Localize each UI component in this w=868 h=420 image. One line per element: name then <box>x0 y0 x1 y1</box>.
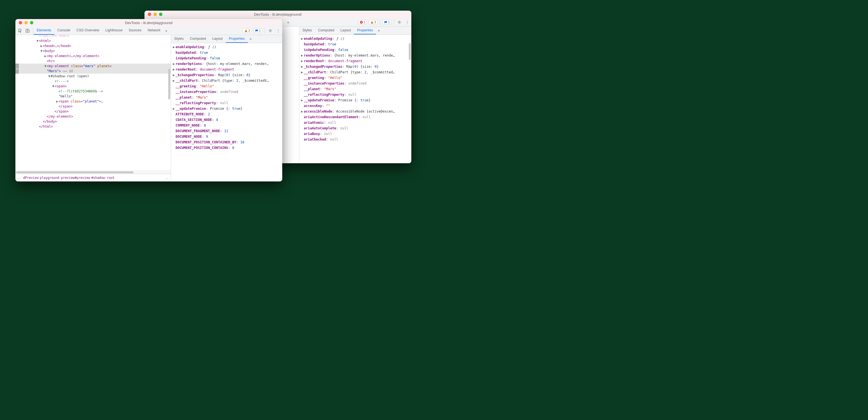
property-row[interactable]: ▶renderRoot: document-fragment <box>299 58 411 64</box>
dom-node[interactable]: ▼#shadow-root (open) <box>16 73 171 79</box>
dom-node[interactable]: </span> <box>16 104 171 109</box>
more-tabs-icon[interactable]: » <box>285 18 291 26</box>
settings-icon[interactable] <box>267 27 273 34</box>
tab-elements[interactable]: Elements <box>34 27 54 35</box>
dom-node[interactable]: ▶<head>…</head> <box>16 43 171 49</box>
minimize-icon[interactable] <box>24 21 28 24</box>
dom-node[interactable]: <!--?lit$927534869$--> <box>16 89 171 94</box>
property-row[interactable]: DOCUMENT_FRAGMENT_NODE: 11 <box>171 128 282 134</box>
dom-node[interactable]: </my-element> <box>16 114 171 119</box>
scrollbar-thumb[interactable] <box>409 43 411 60</box>
close-icon[interactable] <box>19 21 22 24</box>
close-icon[interactable] <box>148 12 151 16</box>
tab-lighthouse[interactable]: Lighthouse <box>102 27 125 35</box>
dom-node[interactable]: ▼<span> <box>16 84 171 89</box>
property-row[interactable]: ariaAtomic: null <box>299 120 411 125</box>
more-tabs-icon[interactable]: » <box>163 27 169 35</box>
dom-node[interactable]: "Hello" <box>16 94 171 99</box>
property-row[interactable]: ▶renderRoot: document-fragment <box>171 67 282 72</box>
dom-node[interactable]: </body> <box>16 119 171 124</box>
dom-node[interactable]: <!----> <box>16 79 171 84</box>
property-row[interactable]: __instanceProperties: undefined <box>299 81 411 86</box>
property-row[interactable]: __reflectingProperty: null <box>171 100 282 106</box>
device-icon[interactable] <box>24 27 31 34</box>
property-row[interactable]: ▶__childPart: ChildPart {type: 2, _$comm… <box>171 78 282 84</box>
more-tabs-icon[interactable]: » <box>248 35 253 43</box>
property-row[interactable]: __instanceProperties: undefined <box>171 89 282 95</box>
property-row[interactable]: ATTRIBUTE_NODE: 2 <box>171 112 282 117</box>
property-row[interactable]: __greeting: "Hello" <box>299 75 411 81</box>
tab-css-overview[interactable]: CSS Overview <box>73 27 102 35</box>
property-row[interactable]: DOCUMENT_POSITION_CONTAINED_BY: 16 <box>171 140 282 145</box>
property-row[interactable]: __reflectingProperty: null <box>299 92 411 97</box>
sidebar-tab-properties[interactable]: Properties <box>226 35 248 43</box>
breadcrumb-overflow-icon[interactable]: … <box>17 176 22 179</box>
property-row[interactable]: ▶_$changedProperties: Map(0) {size: 0} <box>299 64 411 69</box>
property-row[interactable]: ▶__childPart: ChildPart {type: 2, _$comm… <box>299 69 411 75</box>
property-row[interactable]: DOCUMENT_NODE: 9 <box>171 134 282 140</box>
property-row[interactable]: ▶_$changedProperties: Map(0) {size: 0} <box>171 72 282 78</box>
minimize-icon[interactable] <box>153 12 157 16</box>
property-row[interactable]: __planet: "Mars" <box>171 95 282 100</box>
more-tabs-icon[interactable]: » <box>376 27 381 34</box>
settings-icon[interactable] <box>396 19 402 25</box>
property-row[interactable]: DOCUMENT_POSITION_CONTAINS: 8 <box>171 145 282 151</box>
breadcrumb-item[interactable]: playground-preview#preview <box>40 176 90 180</box>
property-row[interactable]: ▶renderOptions: {host: my-element.mars, … <box>171 61 282 67</box>
scrollbar-thumb[interactable] <box>168 69 170 99</box>
breadcrumb-item[interactable]: dPreview <box>23 176 39 180</box>
breadcrumb-item[interactable]: #shadow-root <box>91 176 115 180</box>
sidebar-tab-properties[interactable]: Properties <box>354 27 376 34</box>
dom-node[interactable]: ▼<body> <box>16 49 171 54</box>
tab-console[interactable]: Console <box>54 27 73 35</box>
messages-badge[interactable]: 1 <box>253 28 262 33</box>
property-row[interactable]: ariaBusy: null <box>299 131 411 137</box>
dom-node[interactable]: <hr> <box>16 59 171 64</box>
property-row[interactable]: ariaChecked: null <box>299 137 411 142</box>
error-badge[interactable]: 1 <box>358 20 367 24</box>
horizontal-scrollbar[interactable] <box>16 171 171 174</box>
zoom-icon[interactable] <box>30 21 33 24</box>
property-row[interactable]: hasUpdated: true <box>171 50 282 55</box>
dom-node[interactable]: ▶<span class="planet">… <box>16 99 171 104</box>
dom-node[interactable]: ▶<my-element>…</my-element> <box>16 54 171 59</box>
property-row[interactable]: ▶enableUpdating: ƒ () <box>171 44 282 50</box>
sidebar-tab-styles[interactable]: Styles <box>171 35 187 43</box>
sidebar-tab-layout[interactable]: Layout <box>337 27 354 34</box>
sidebar-tab-styles[interactable]: Styles <box>299 27 315 34</box>
messages-badge[interactable]: 1 <box>382 20 392 24</box>
property-row[interactable]: hasUpdated: true <box>299 41 411 47</box>
properties-list[interactable]: ▶enableUpdating: ƒ ()hasUpdated: trueisU… <box>299 35 411 163</box>
kebab-icon[interactable]: ⋮ <box>275 27 281 34</box>
tab-sources[interactable]: Sources <box>125 27 145 35</box>
sidebar-tab-computed[interactable]: Computed <box>187 35 209 43</box>
property-row[interactable]: COMMENT_NODE: 8 <box>171 123 282 128</box>
property-row[interactable]: __greeting: "Hello" <box>171 84 282 89</box>
tab-network[interactable]: Network <box>145 27 163 35</box>
property-row[interactable]: CDATA_SECTION_NODE: 4 <box>171 117 282 123</box>
dom-node[interactable]: <!DOCTYPE html> <box>16 35 171 38</box>
property-row[interactable]: __planet: "Mars" <box>299 86 411 92</box>
property-row[interactable]: ariaActiveDescendantElement: null <box>299 114 411 120</box>
dom-node[interactable]: ▼<html> <box>16 38 171 43</box>
warning-badge[interactable]: 3 <box>369 20 378 24</box>
property-row[interactable]: ▶renderOptions: {host: my-element.mars, … <box>299 53 411 58</box>
dom-node[interactable]: </span> <box>16 109 171 114</box>
property-row[interactable]: accessKey: "" <box>299 103 411 109</box>
zoom-icon[interactable] <box>159 12 162 16</box>
selected-node[interactable]: ⋯ ▼<my-element class="mars" planet= "Mar… <box>16 64 171 73</box>
sidebar-tab-computed[interactable]: Computed <box>315 27 337 34</box>
kebab-icon[interactable]: ⋮ <box>404 19 410 25</box>
property-row[interactable]: ▶enableUpdating: ƒ () <box>299 36 411 41</box>
property-row[interactable]: isUpdatePending: false <box>171 55 282 61</box>
inspect-icon[interactable] <box>17 27 23 34</box>
sidebar-tab-layout[interactable]: Layout <box>209 35 226 43</box>
dom-tree[interactable]: <!DOCTYPE html> ▼<html> ▶<head>…</head> … <box>16 35 171 171</box>
dom-node[interactable]: </html> <box>16 124 171 129</box>
warning-badge[interactable]: 3 <box>243 28 252 33</box>
property-row[interactable]: ariaAutoComplete: null <box>299 125 411 131</box>
properties-list[interactable]: ▶enableUpdating: ƒ ()hasUpdated: trueisU… <box>171 43 282 182</box>
property-row[interactable]: ▶__updatePromise: Promise {: true} <box>171 106 282 112</box>
property-row[interactable]: isUpdatePending: false <box>299 47 411 53</box>
property-row[interactable]: ▶accessibleNode: AccessibleNode {activeD… <box>299 109 411 114</box>
